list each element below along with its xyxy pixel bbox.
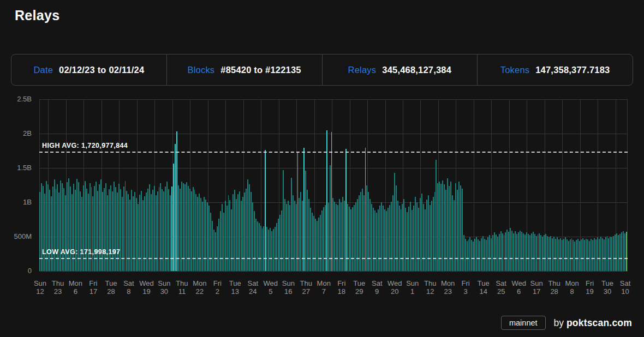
relay-bar[interactable] (266, 227, 267, 271)
relay-bar[interactable] (423, 204, 424, 271)
relay-bar[interactable] (407, 212, 408, 271)
relay-bar[interactable] (568, 241, 569, 271)
relay-bar[interactable] (467, 241, 468, 271)
relay-bar[interactable] (138, 204, 139, 271)
relay-bar[interactable] (613, 236, 614, 271)
relay-bar[interactable] (520, 231, 521, 271)
relay-bar[interactable] (431, 201, 432, 271)
relay-bar[interactable] (231, 209, 232, 271)
relay-bar[interactable] (413, 206, 414, 271)
relay-bar[interactable] (421, 194, 422, 271)
relay-bar[interactable] (454, 200, 455, 271)
relay-bar[interactable] (471, 240, 472, 271)
relay-bar[interactable] (330, 165, 331, 271)
relay-bar[interactable] (262, 228, 263, 271)
relay-bar[interactable] (350, 209, 351, 271)
relay-bar[interactable] (616, 233, 617, 271)
relay-bar[interactable] (341, 202, 342, 271)
relay-bar[interactable] (401, 209, 402, 271)
relay-bar[interactable] (373, 208, 374, 271)
relay-bar[interactable] (539, 233, 540, 271)
relay-bar[interactable] (611, 237, 612, 271)
relay-bar[interactable] (146, 192, 147, 271)
relay-bar[interactable] (392, 195, 393, 271)
relay-bar[interactable] (484, 239, 485, 271)
relay-bar[interactable] (560, 238, 561, 271)
relay-bar[interactable] (534, 234, 535, 271)
relay-bar[interactable] (334, 202, 335, 271)
relay-bar[interactable] (128, 194, 129, 271)
relay-bar[interactable] (442, 180, 443, 271)
relay-bar[interactable] (378, 209, 379, 271)
relay-bar[interactable] (345, 149, 347, 271)
relay-bar[interactable] (558, 239, 559, 271)
relay-bar[interactable] (381, 202, 382, 271)
relay-bar[interactable] (594, 238, 595, 271)
relay-bar[interactable] (331, 132, 332, 271)
relay-bar[interactable] (491, 238, 492, 271)
relay-bar[interactable] (576, 240, 577, 271)
relay-bar[interactable] (426, 200, 427, 271)
relay-bar[interactable] (208, 206, 210, 271)
relay-bar[interactable] (405, 208, 406, 271)
relay-bar[interactable] (499, 234, 500, 271)
relay-bar[interactable] (302, 201, 303, 271)
relay-bar[interactable] (371, 204, 372, 271)
relay-bar[interactable] (222, 204, 223, 271)
relay-bar[interactable] (476, 237, 477, 271)
relay-bar[interactable] (463, 235, 464, 271)
relay-bar[interactable] (151, 194, 152, 271)
relay-bar[interactable] (321, 210, 323, 271)
relay-bar[interactable] (244, 192, 245, 271)
relay-bar[interactable] (71, 194, 73, 271)
relay-bar[interactable] (317, 221, 318, 271)
relay-bar[interactable] (202, 202, 203, 271)
relay-bar[interactable] (502, 233, 503, 271)
relay-bar[interactable] (65, 195, 66, 271)
relay-bar[interactable] (389, 205, 390, 271)
relay-bar[interactable] (200, 198, 201, 271)
relay-bar[interactable] (173, 164, 174, 271)
relay-bar[interactable] (275, 227, 276, 271)
relay-bar[interactable] (552, 238, 553, 271)
relay-bar[interactable] (555, 239, 556, 271)
relay-bar[interactable] (323, 207, 324, 271)
relay-bar[interactable] (344, 201, 345, 271)
relay-bar[interactable] (433, 197, 434, 271)
credit-site-link[interactable]: poktscan.com (567, 317, 632, 328)
relay-bar[interactable] (591, 239, 592, 271)
relay-bar[interactable] (618, 235, 619, 271)
relay-bar[interactable] (369, 199, 371, 271)
relay-bar[interactable] (544, 235, 545, 271)
relay-bar[interactable] (215, 232, 216, 271)
relay-bar[interactable] (523, 233, 524, 271)
relay-bar[interactable] (430, 205, 431, 271)
relay-bar[interactable] (136, 198, 137, 271)
relay-bar[interactable] (232, 194, 234, 271)
relay-bar[interactable] (51, 196, 52, 271)
relay-bar[interactable] (589, 241, 590, 271)
relay-bar[interactable] (623, 231, 624, 271)
relay-bar[interactable] (399, 206, 400, 271)
relay-bar[interactable] (313, 216, 314, 271)
relay-bar[interactable] (540, 235, 541, 271)
relay-bar[interactable] (624, 233, 625, 271)
relay-bar[interactable] (117, 192, 118, 271)
relay-bar[interactable] (336, 204, 337, 271)
relay-bar[interactable] (584, 240, 585, 271)
relay-bar[interactable] (100, 179, 102, 271)
relay-bar[interactable] (531, 233, 532, 271)
relay-bar[interactable] (504, 235, 505, 271)
relay-bar[interactable] (412, 210, 413, 271)
relay-bar[interactable] (337, 205, 338, 271)
relay-bar[interactable] (506, 230, 508, 271)
relay-bar[interactable] (299, 198, 300, 271)
relay-bar[interactable] (542, 237, 543, 271)
relay-bar[interactable] (286, 204, 287, 271)
relay-bar[interactable] (220, 211, 221, 271)
relay-bar[interactable] (481, 238, 482, 271)
relay-bar[interactable] (610, 237, 611, 271)
relay-bar[interactable] (325, 205, 326, 271)
relay-bar[interactable] (303, 148, 305, 271)
relay-bar[interactable] (263, 226, 264, 271)
